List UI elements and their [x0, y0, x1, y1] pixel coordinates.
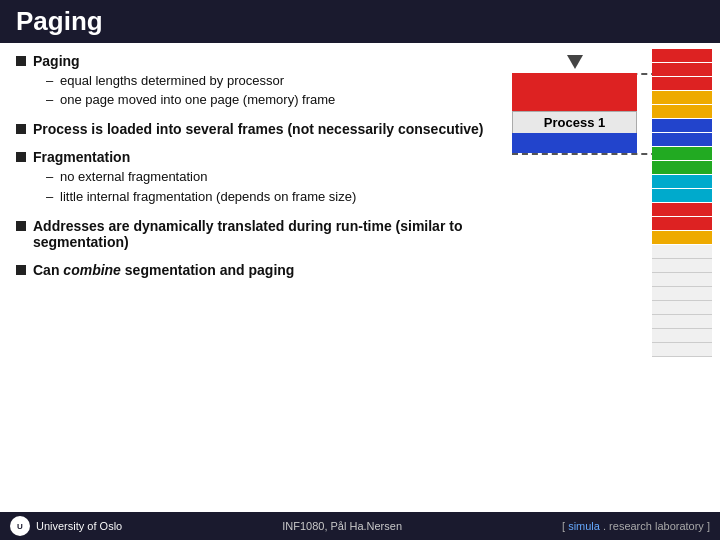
footer-course: INF1080, Pål Ha.Nersen — [282, 520, 402, 532]
frame — [652, 231, 712, 245]
university-logo: U — [10, 516, 30, 536]
bullet-square-2 — [16, 124, 26, 134]
frame — [652, 259, 712, 273]
frame — [652, 105, 712, 119]
right-panel: Process 1 — [510, 43, 720, 507]
list-item: one page moved into one page (memory) fr… — [46, 91, 494, 109]
bullet-section-combine: Can combine segmentation and paging — [16, 262, 494, 278]
bullet-label-fragmentation: Fragmentation — [33, 149, 130, 165]
footer: U University of Oslo INF1080, Pål Ha.Ner… — [0, 512, 720, 540]
left-panel: Paging equal lengths determined by proce… — [0, 43, 510, 507]
bullet-section-process: Process is loaded into several frames (n… — [16, 121, 494, 137]
memory-frames — [652, 49, 712, 357]
bullet-square-1 — [16, 56, 26, 66]
bullet-section-fragmentation: Fragmentation no external fragmentation … — [16, 149, 494, 205]
bullet-label-paging: Paging — [33, 53, 80, 69]
list-item: little internal fragmentation (depends o… — [46, 188, 494, 206]
frame — [652, 77, 712, 91]
frame — [652, 329, 712, 343]
frame — [652, 217, 712, 231]
bullet-label-combine: Can combine segmentation and paging — [33, 262, 294, 278]
frame — [652, 175, 712, 189]
process-label: Process 1 — [512, 111, 637, 134]
footer-left: U University of Oslo — [10, 516, 122, 536]
diagram-area: Process 1 — [512, 49, 712, 359]
bullet-square-3 — [16, 152, 26, 162]
bullet-section-addresses: Addresses are dynamically translated dur… — [16, 218, 494, 250]
frame — [652, 203, 712, 217]
bullet-label-process: Process is loaded into several frames (n… — [33, 121, 484, 137]
frame — [652, 91, 712, 105]
title-bar: Paging — [0, 0, 720, 43]
university-name: University of Oslo — [36, 520, 122, 532]
sub-bullets-paging: equal lengths determined by processor on… — [46, 72, 494, 109]
frame — [652, 49, 712, 63]
arrow-down-icon — [567, 55, 583, 69]
frame — [652, 301, 712, 315]
bullet-main-paging: Paging — [16, 53, 494, 69]
main-content: Paging equal lengths determined by proce… — [0, 43, 720, 507]
frame — [652, 161, 712, 175]
bullet-section-paging: Paging equal lengths determined by proce… — [16, 53, 494, 109]
frame — [652, 273, 712, 287]
sub-bullets-fragmentation: no external fragmentation little interna… — [46, 168, 494, 205]
frame — [652, 189, 712, 203]
frame — [652, 287, 712, 301]
bullet-main-process: Process is loaded into several frames (n… — [16, 121, 494, 137]
bullet-main-fragmentation: Fragmentation — [16, 149, 494, 165]
bullet-label-addresses: Addresses are dynamically translated dur… — [33, 218, 494, 250]
frame — [652, 147, 712, 161]
bullet-main-addresses: Addresses are dynamically translated dur… — [16, 218, 494, 250]
frame — [652, 245, 712, 259]
process-red-block — [512, 73, 637, 111]
list-item: equal lengths determined by processor — [46, 72, 494, 90]
frame — [652, 63, 712, 77]
bullet-main-combine: Can combine segmentation and paging — [16, 262, 494, 278]
frame — [652, 343, 712, 357]
bullet-square-4 — [16, 221, 26, 231]
footer-lab: [ simula . research laboratory ] — [562, 520, 710, 532]
frame — [652, 315, 712, 329]
bullet-square-5 — [16, 265, 26, 275]
frame — [652, 119, 712, 133]
frame — [652, 133, 712, 147]
list-item: no external fragmentation — [46, 168, 494, 186]
page-title: Paging — [16, 6, 103, 37]
process-blue-block — [512, 133, 637, 153]
